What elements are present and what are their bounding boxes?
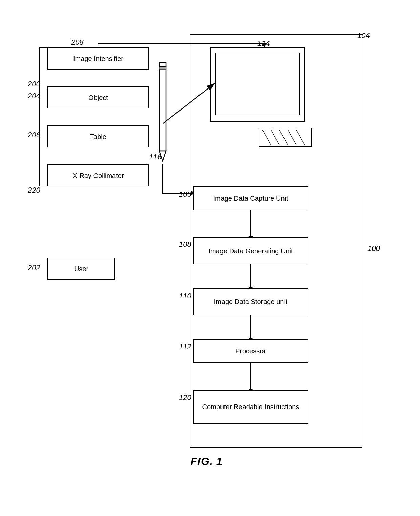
disk-icon-118: [259, 126, 313, 148]
svg-rect-3: [159, 67, 166, 70]
svg-line-5: [163, 83, 215, 124]
box-object: Object: [47, 86, 149, 108]
ref-202: 202: [28, 263, 40, 272]
monitor-inner-screen: [215, 53, 300, 115]
diagram: 208 200 204 206 220 104 114 116 118 106 …: [27, 20, 386, 478]
ref-220: 220: [28, 186, 40, 195]
box-instructions: Computer Readable Instructions: [193, 390, 308, 424]
line-top-horizontal: [98, 43, 264, 44]
figure-label: FIG. 1: [191, 455, 223, 468]
box-table: Table: [47, 125, 149, 147]
line-generating-to-storage: [250, 264, 251, 289]
box-image-intensifier: Image Intensifier: [47, 47, 149, 70]
svg-rect-2: [159, 63, 166, 67]
box-generating: Image Data Generating Unit: [193, 237, 308, 264]
line-capture-to-generating: [250, 210, 251, 238]
ref-208: 208: [71, 38, 84, 47]
ref-100: 100: [368, 244, 380, 253]
line-processor-to-instructions: [250, 363, 251, 391]
ref-204: 204: [28, 92, 40, 100]
left-bracket: [39, 47, 47, 186]
stylus-to-monitor-line: [163, 80, 222, 124]
ref-206: 206: [28, 131, 40, 139]
line-h-to-capture: [162, 193, 194, 194]
line-storage-to-processor: [250, 315, 251, 340]
line-stylus-to-capture: [162, 164, 163, 193]
box-processor: Processor: [193, 339, 308, 363]
svg-marker-1: [159, 151, 166, 161]
box-capture: Image Data Capture Unit: [193, 186, 308, 210]
box-xray-collimator: X-Ray Collimator: [47, 164, 149, 186]
arrow-into-monitor: [262, 43, 267, 47]
box-user: User: [47, 258, 115, 280]
box-storage: Image Data Storage unit: [193, 288, 308, 315]
ref-200: 200: [28, 80, 40, 88]
